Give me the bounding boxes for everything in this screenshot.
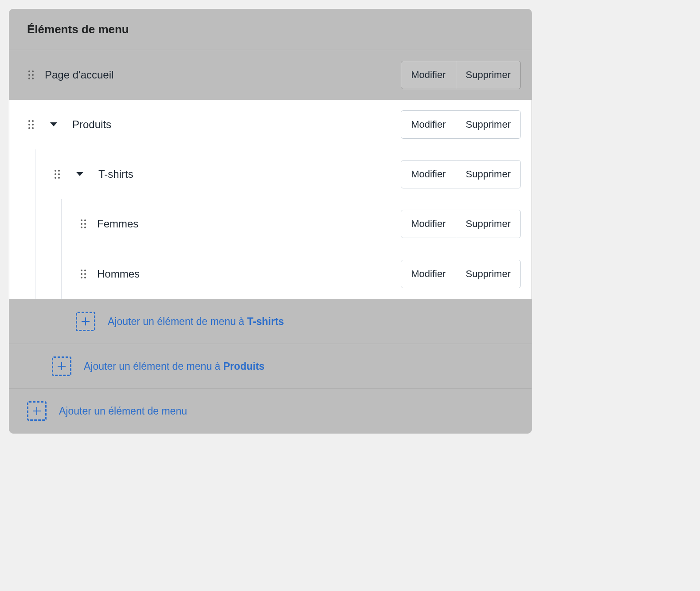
- action-group: Modifier Supprimer: [401, 210, 521, 238]
- svg-point-0: [28, 70, 30, 72]
- delete-button[interactable]: Supprimer: [456, 260, 520, 288]
- expanded-zone: Produits Modifier Supprimer T-shirts: [9, 100, 532, 299]
- svg-point-5: [32, 78, 34, 79]
- svg-point-17: [58, 177, 60, 179]
- menu-item-men: Hommes Modifier Supprimer: [62, 249, 532, 299]
- svg-point-16: [55, 177, 56, 179]
- svg-point-2: [28, 74, 30, 76]
- svg-point-13: [58, 170, 60, 172]
- svg-point-23: [84, 227, 86, 228]
- panel-title: Éléments de menu: [27, 23, 514, 36]
- edit-button[interactable]: Modifier: [401, 260, 455, 288]
- add-target: T-shirts: [247, 316, 284, 327]
- delete-button[interactable]: Supprimer: [456, 111, 520, 138]
- add-icon: [76, 312, 95, 331]
- svg-point-29: [84, 277, 86, 278]
- drag-handle-icon[interactable]: [79, 268, 87, 280]
- svg-point-28: [81, 277, 82, 278]
- edit-button[interactable]: Modifier: [401, 160, 455, 188]
- nested-tshirts: Femmes Modifier Supprimer Hommes: [61, 199, 532, 299]
- svg-point-12: [55, 170, 56, 172]
- action-group: Modifier Supprimer: [401, 260, 521, 288]
- menu-item-label: T-shirts: [98, 168, 133, 180]
- drag-handle-icon[interactable]: [27, 119, 35, 130]
- add-icon: [52, 356, 71, 376]
- svg-point-9: [32, 124, 34, 125]
- menu-items-panel: Éléments de menu Page d'accueil Modifier…: [9, 9, 532, 434]
- svg-point-8: [28, 124, 30, 125]
- action-group: Modifier Supprimer: [401, 160, 521, 188]
- menu-item-tshirts: T-shirts Modifier Supprimer: [35, 149, 532, 199]
- add-label: Ajouter un élément de menu à Produits: [84, 360, 265, 372]
- svg-point-1: [32, 70, 34, 72]
- svg-point-19: [84, 219, 86, 221]
- svg-point-24: [81, 270, 82, 271]
- add-target: Produits: [223, 360, 265, 372]
- menu-item-products: Produits Modifier Supprimer: [9, 100, 532, 149]
- svg-point-7: [32, 120, 34, 122]
- svg-point-14: [55, 173, 56, 175]
- svg-point-6: [28, 120, 30, 122]
- svg-point-18: [81, 219, 82, 221]
- menu-item-label: Femmes: [97, 218, 138, 230]
- nested-products: T-shirts Modifier Supprimer Femmes: [35, 149, 532, 299]
- delete-button[interactable]: Supprimer: [456, 160, 520, 188]
- add-prefix: Ajouter un élément de menu à: [108, 316, 247, 327]
- add-label: Ajouter un élément de menu: [59, 405, 187, 417]
- chevron-down-icon[interactable]: [49, 120, 58, 129]
- add-root[interactable]: Ajouter un élément de menu: [9, 388, 532, 433]
- menu-item-women: Femmes Modifier Supprimer: [62, 199, 532, 249]
- svg-point-4: [28, 78, 30, 79]
- svg-point-11: [32, 127, 34, 129]
- svg-point-27: [84, 273, 86, 275]
- add-icon: [27, 401, 47, 421]
- edit-button[interactable]: Modifier: [401, 61, 455, 89]
- panel-header: Éléments de menu: [9, 9, 532, 50]
- svg-point-3: [32, 74, 34, 76]
- svg-point-22: [81, 227, 82, 228]
- drag-handle-icon[interactable]: [53, 168, 61, 180]
- menu-item-label: Produits: [72, 118, 111, 131]
- svg-point-20: [81, 223, 82, 225]
- edit-button[interactable]: Modifier: [401, 210, 455, 238]
- svg-point-26: [81, 273, 82, 275]
- drag-handle-icon[interactable]: [79, 218, 87, 230]
- delete-button[interactable]: Supprimer: [456, 210, 520, 238]
- menu-item-home: Page d'accueil Modifier Supprimer: [9, 50, 532, 100]
- svg-point-25: [84, 270, 86, 271]
- drag-handle-icon[interactable]: [27, 69, 35, 81]
- edit-button[interactable]: Modifier: [401, 111, 455, 138]
- svg-point-10: [28, 127, 30, 129]
- action-group: Modifier Supprimer: [401, 61, 521, 89]
- menu-item-label: Page d'accueil: [45, 69, 113, 81]
- delete-button[interactable]: Supprimer: [456, 61, 520, 89]
- chevron-down-icon[interactable]: [75, 170, 84, 179]
- add-to-products[interactable]: Ajouter un élément de menu à Produits: [9, 344, 532, 388]
- add-to-tshirts[interactable]: Ajouter un élément de menu à T-shirts: [9, 299, 532, 344]
- action-group: Modifier Supprimer: [401, 110, 521, 139]
- svg-point-15: [58, 173, 60, 175]
- add-label: Ajouter un élément de menu à T-shirts: [108, 316, 284, 328]
- add-prefix: Ajouter un élément de menu à: [84, 360, 223, 372]
- menu-item-label: Hommes: [97, 268, 140, 280]
- svg-point-21: [84, 223, 86, 225]
